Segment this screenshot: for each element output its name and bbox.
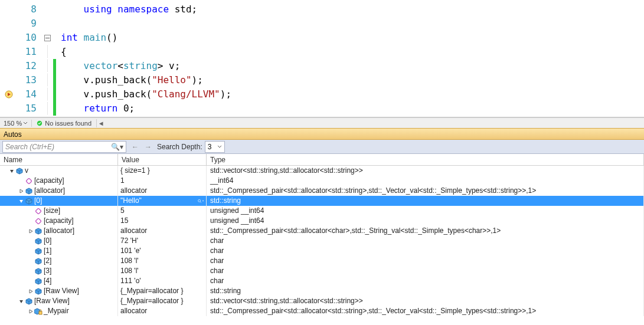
value-cell[interactable]: 111 'o': [118, 276, 207, 286]
horizontal-scrollbar[interactable]: ◄: [96, 119, 644, 127]
expander-icon[interactable]: [8, 168, 15, 175]
variable-row[interactable]: [allocator]allocatorstd::_Compressed_pai…: [0, 226, 644, 236]
name-cell[interactable]: [size]: [0, 206, 118, 216]
editor-status-bar: 150 % No issues found ◄: [0, 117, 644, 128]
variable-row[interactable]: [allocator]allocatorstd::_Compressed_pai…: [0, 186, 644, 196]
code-line[interactable]: 14 v.push_back("Clang/LLVM");: [0, 87, 644, 101]
code-text[interactable]: {: [56, 45, 67, 58]
value-cell[interactable]: 101 'e': [118, 246, 207, 256]
value-cell[interactable]: { size=1 }: [118, 166, 207, 176]
autos-panel-title: Autos: [0, 128, 644, 140]
fold-gutter[interactable]: [41, 102, 53, 115]
code-text[interactable]: using namespace std;: [56, 3, 197, 16]
value-cell[interactable]: {_Mypair=allocator }: [118, 286, 207, 296]
value-cell[interactable]: 108 'l': [118, 266, 207, 276]
expander-icon[interactable]: [18, 188, 25, 195]
name-cell[interactable]: [2]: [0, 256, 118, 266]
value-cell[interactable]: 5: [118, 206, 207, 216]
diamond-icon: [25, 178, 33, 184]
variable-row[interactable]: [3]108 'l'char: [0, 266, 644, 276]
variable-row[interactable]: [capacity]15unsigned __int64: [0, 216, 644, 226]
header-name[interactable]: Name: [0, 154, 118, 165]
name-cell[interactable]: [Raw View]: [0, 286, 118, 296]
fold-gutter[interactable]: [41, 45, 53, 58]
value-cell[interactable]: 15: [118, 216, 207, 226]
code-line[interactable]: 8 using namespace std;: [0, 2, 644, 17]
check-circle-icon: [37, 120, 43, 126]
breakpoint-gutter[interactable]: [0, 90, 18, 99]
search-icon[interactable]: 🔍▾: [111, 143, 123, 151]
zoom-level[interactable]: 150 %: [0, 120, 31, 127]
name-cell[interactable]: _Mypair: [0, 306, 118, 316]
code-text[interactable]: v.push_back("Clang/LLVM");: [56, 88, 231, 101]
name-cell[interactable]: [1]: [0, 246, 118, 256]
value-cell[interactable]: allocator: [118, 226, 207, 236]
value-cell[interactable]: 1: [118, 176, 207, 186]
code-text[interactable]: int main(): [56, 31, 117, 44]
variable-row[interactable]: [capacity]1__int64: [0, 176, 644, 186]
autos-grid[interactable]: v{ size=1 }std::vector<std::string,std::…: [0, 166, 644, 316]
code-text[interactable]: v.push_back("Hello");: [56, 74, 203, 87]
variable-row[interactable]: [0]"Hello"std::string: [0, 196, 644, 206]
nav-forward-button[interactable]: →: [142, 140, 155, 153]
value-cell[interactable]: "Hello": [118, 196, 207, 206]
variable-row[interactable]: [size]5unsigned __int64: [0, 206, 644, 216]
cube-lock-icon: [34, 308, 43, 315]
type-cell: std::_Compressed_pair<std::allocator<std…: [207, 306, 644, 316]
code-editor[interactable]: 8 using namespace std;910int main()11{12…: [0, 0, 644, 117]
code-line[interactable]: 10int main(): [0, 31, 644, 45]
name-cell[interactable]: [3]: [0, 266, 118, 276]
value-cell[interactable]: allocator: [118, 186, 207, 196]
header-value[interactable]: Value: [118, 154, 207, 165]
variable-row[interactable]: v{ size=1 }std::vector<std::string,std::…: [0, 166, 644, 176]
code-line[interactable]: 12 vector<string> v;: [0, 59, 644, 73]
value-cell[interactable]: 72 'H': [118, 236, 207, 246]
cube-blue-icon: [25, 298, 33, 305]
name-cell[interactable]: [4]: [0, 276, 118, 286]
scroll-left-icon[interactable]: ◄: [97, 119, 105, 127]
code-line[interactable]: 9: [0, 17, 644, 31]
visualizer-icon[interactable]: [198, 198, 205, 205]
issues-status[interactable]: No issues found: [31, 120, 96, 127]
expander-icon[interactable]: [27, 308, 34, 315]
type-cell: std::string: [207, 196, 644, 206]
variable-row[interactable]: _Mypairallocatorstd::_Compressed_pair<st…: [0, 306, 644, 316]
value-cell[interactable]: 108 'l': [118, 256, 207, 266]
code-text[interactable]: vector<string> v;: [56, 60, 180, 73]
name-cell[interactable]: [capacity]: [0, 216, 118, 226]
fold-gutter[interactable]: [41, 88, 53, 101]
variable-row[interactable]: [Raw View]{_Mypair=allocator }std::vecto…: [0, 296, 644, 306]
code-line[interactable]: 15 return 0;: [0, 101, 644, 116]
code-line[interactable]: 13 v.push_back("Hello");: [0, 73, 644, 87]
expander-icon[interactable]: [27, 288, 34, 295]
variable-row[interactable]: [1]101 'e'char: [0, 246, 644, 256]
variable-row[interactable]: [0]72 'H'char: [0, 236, 644, 246]
code-line[interactable]: 11{: [0, 45, 644, 59]
variable-row[interactable]: [2]108 'l'char: [0, 256, 644, 266]
type-cell: std::vector<std::string,std::allocator<s…: [207, 166, 644, 176]
variable-value: {_Mypair=allocator }: [120, 296, 183, 306]
fold-gutter[interactable]: [41, 35, 53, 41]
name-cell[interactable]: [0]: [0, 196, 118, 206]
search-depth-combo[interactable]: 3: [205, 141, 225, 153]
value-cell[interactable]: {_Mypair=allocator }: [118, 296, 207, 306]
variable-row[interactable]: [Raw View]{_Mypair=allocator }std::strin…: [0, 286, 644, 296]
fold-gutter[interactable]: [41, 74, 53, 87]
name-cell[interactable]: [Raw View]: [0, 296, 118, 306]
nav-back-button[interactable]: ←: [129, 140, 142, 153]
code-text[interactable]: return 0;: [56, 102, 135, 115]
value-cell[interactable]: allocator: [118, 306, 207, 316]
expander-icon[interactable]: [27, 228, 34, 235]
name-cell[interactable]: v: [0, 166, 118, 176]
name-cell[interactable]: [capacity]: [0, 176, 118, 186]
variable-name: [allocator]: [34, 186, 65, 196]
expander-icon[interactable]: [18, 198, 25, 205]
variable-row[interactable]: [4]111 'o'char: [0, 276, 644, 286]
expander-icon[interactable]: [18, 298, 25, 305]
name-cell[interactable]: [allocator]: [0, 226, 118, 236]
name-cell[interactable]: [allocator]: [0, 186, 118, 196]
name-cell[interactable]: [0]: [0, 236, 118, 246]
search-input[interactable]: Search (Ctrl+E) 🔍▾: [2, 141, 126, 153]
fold-gutter[interactable]: [41, 60, 53, 73]
header-type[interactable]: Type: [207, 154, 644, 165]
